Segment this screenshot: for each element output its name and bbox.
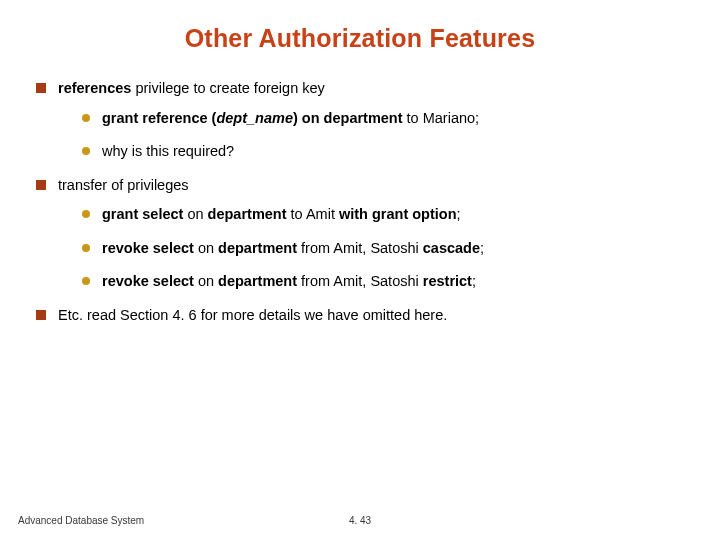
text: from Amit, Satoshi (297, 240, 423, 256)
sub-bullet-item: grant select on department to Amit with … (82, 205, 692, 225)
text: on (194, 273, 218, 289)
text-bold: references (58, 80, 131, 96)
text: to Amit (287, 206, 339, 222)
sub-bullet-text: grant reference (dept_name) on departmen… (102, 109, 479, 129)
text: to Mariano; (403, 110, 480, 126)
disc-bullet-icon (82, 210, 90, 218)
text: ; (457, 206, 461, 222)
sub-bullet-text: why is this required? (102, 142, 234, 162)
bullet-item: references privilege to create foreign k… (36, 79, 692, 99)
text-bold: department (218, 273, 297, 289)
text-bold: department (208, 206, 287, 222)
text: from Amit, Satoshi (297, 273, 423, 289)
text-bold: revoke select (102, 273, 194, 289)
text-bold: revoke select (102, 240, 194, 256)
text-bold: restrict (423, 273, 472, 289)
bullet-text: transfer of privileges (58, 176, 189, 196)
sub-bullet-text: revoke select on department from Amit, S… (102, 239, 484, 259)
sub-list: grant select on department to Amit with … (82, 205, 692, 292)
text-bold: cascade (423, 240, 480, 256)
slide-title: Other Authorization Features (0, 0, 720, 53)
bullet-item: Etc. read Section 4. 6 for more details … (36, 306, 692, 326)
sub-bullet-text: revoke select on department from Amit, S… (102, 272, 476, 292)
sub-bullet-item: revoke select on department from Amit, S… (82, 272, 692, 292)
text: on (183, 206, 207, 222)
square-bullet-icon (36, 180, 46, 190)
square-bullet-icon (36, 310, 46, 320)
slide-content: references privilege to create foreign k… (0, 53, 720, 326)
bullet-text: Etc. read Section 4. 6 for more details … (58, 306, 447, 326)
text-bold: grant reference ( (102, 110, 216, 126)
text: ; (472, 273, 476, 289)
text: privilege to create foreign key (131, 80, 324, 96)
text-bold: with grant option (339, 206, 457, 222)
disc-bullet-icon (82, 277, 90, 285)
bullet-item: transfer of privileges (36, 176, 692, 196)
bullet-text: references privilege to create foreign k… (58, 79, 325, 99)
text-bold: grant select (102, 206, 183, 222)
text: ; (480, 240, 484, 256)
disc-bullet-icon (82, 114, 90, 122)
sub-bullet-text: grant select on department to Amit with … (102, 205, 461, 225)
sub-bullet-item: grant reference (dept_name) on departmen… (82, 109, 692, 129)
disc-bullet-icon (82, 147, 90, 155)
sub-bullet-item: revoke select on department from Amit, S… (82, 239, 692, 259)
disc-bullet-icon (82, 244, 90, 252)
sub-list: grant reference (dept_name) on departmen… (82, 109, 692, 162)
text: on (194, 240, 218, 256)
footer-page-number: 4. 43 (349, 515, 371, 526)
sub-bullet-item: why is this required? (82, 142, 692, 162)
text-bold: department (218, 240, 297, 256)
text-bold: ) on department (293, 110, 403, 126)
text-bold-italic: dept_name (216, 110, 293, 126)
footer-left: Advanced Database System (18, 515, 144, 526)
square-bullet-icon (36, 83, 46, 93)
